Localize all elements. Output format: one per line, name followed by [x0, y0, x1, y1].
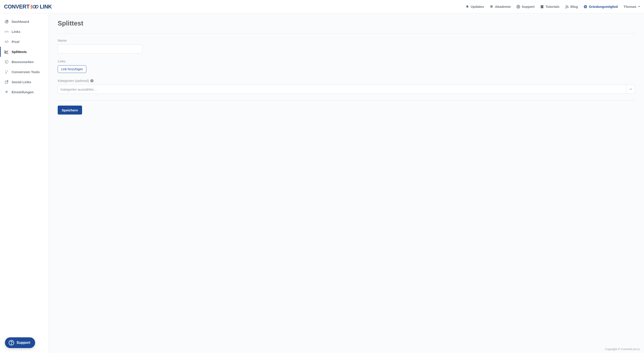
nav-blog[interactable]: Blog — [565, 5, 578, 9]
nav-updates[interactable]: Updates — [466, 5, 484, 9]
chart-line-icon — [5, 50, 8, 54]
award-icon — [584, 5, 587, 9]
tools-icon — [5, 70, 8, 74]
sidebar-item-label: Links — [12, 30, 20, 34]
main-content: Splittest Name Links Link hinzufügen Kat… — [49, 14, 644, 353]
founder-badge-label: Gründungsmitglied — [589, 5, 618, 9]
sidebar-item-splittests[interactable]: Splittests — [0, 47, 48, 57]
name-input[interactable] — [58, 45, 142, 54]
sidebar: Dashboard Links Pixel Splittests Bounces… — [0, 14, 49, 353]
nav-blog-label: Blog — [570, 5, 578, 9]
code-icon — [5, 40, 8, 44]
graduation-cap-icon — [490, 5, 493, 9]
arrow-circle-icon — [5, 60, 8, 64]
chevron-down-icon — [626, 85, 635, 94]
sidebar-item-bounceseiten[interactable]: Bounceseiten — [0, 57, 48, 67]
separator — [58, 33, 635, 34]
sidebar-item-dashboard[interactable]: Dashboard — [0, 17, 48, 27]
nav-support[interactable]: Support — [516, 5, 535, 9]
header: CONVERT LINK Updates — [0, 0, 644, 14]
add-link-button[interactable]: Link hinzufügen — [58, 65, 86, 73]
user-menu[interactable]: Thomas — [624, 5, 640, 9]
nav-akademie-label: Akademie — [495, 5, 511, 9]
nav-tutorials-label: Tutorials — [546, 5, 560, 9]
external-link-icon — [5, 80, 8, 84]
svg-line-17 — [6, 81, 8, 82]
categories-select[interactable]: Kategorien auswählen… — [58, 85, 635, 94]
sidebar-item-label: Splittests — [12, 50, 27, 54]
sidebar-item-label: Social Links — [12, 80, 31, 84]
bell-icon — [466, 5, 469, 9]
sidebar-item-pixel[interactable]: Pixel — [0, 37, 48, 47]
svg-point-8 — [566, 8, 566, 8]
nav-tutorials[interactable]: Tutorials — [540, 5, 560, 9]
brand-text-1: CONVERT — [4, 4, 30, 10]
sidebar-item-label: Pixel — [12, 40, 20, 44]
svg-point-20 — [11, 344, 12, 344]
sidebar-item-social-links[interactable]: Social Links — [0, 77, 48, 87]
support-fab[interactable]: Support — [5, 337, 35, 348]
brand-text-2: LINK — [40, 4, 52, 10]
nav-updates-label: Updates — [471, 5, 484, 9]
help-circle-icon — [8, 340, 14, 345]
nav-akademie[interactable]: Akademie — [490, 5, 511, 9]
sidebar-item-label: Einstellungen — [12, 90, 34, 94]
life-ring-icon — [516, 5, 520, 9]
sidebar-item-einstellungen[interactable]: Einstellungen — [0, 87, 48, 97]
footer-copyright: Copyright © ConvertLink.io. — [605, 347, 640, 351]
user-name: Thomas — [624, 5, 636, 9]
sidebar-item-links[interactable]: Links — [0, 27, 48, 37]
chevron-down-icon — [638, 6, 640, 7]
sidebar-item-conversion-tools[interactable]: Conversion Tools — [0, 67, 48, 77]
support-fab-label: Support — [16, 341, 30, 345]
sidebar-item-label: Bounceseiten — [12, 60, 34, 64]
save-button[interactable]: Speichern — [58, 106, 82, 115]
brand-logo[interactable]: CONVERT LINK — [4, 4, 52, 10]
categories-label: Kategorien (optional) i — [58, 79, 635, 83]
sidebar-item-label: Dashboard — [12, 20, 29, 24]
gear-icon — [5, 90, 8, 94]
founder-badge: Gründungsmitglied — [584, 5, 618, 9]
svg-rect-7 — [541, 5, 544, 8]
separator — [58, 100, 635, 101]
layout: Dashboard Links Pixel Splittests Bounces… — [0, 14, 644, 353]
svg-line-14 — [6, 41, 7, 43]
categories-placeholder: Kategorien auswählen… — [58, 85, 626, 94]
chart-pie-icon — [5, 20, 8, 24]
brand-link-icon — [30, 4, 39, 10]
name-label: Name — [58, 39, 635, 42]
rss-icon — [565, 5, 569, 9]
sidebar-item-label: Conversion Tools — [12, 70, 40, 74]
nav-right: Updates Akademie Support Tutorials Blog — [466, 5, 640, 9]
page-title: Splittest — [58, 20, 635, 27]
nav-support-label: Support — [522, 5, 535, 9]
link-icon — [5, 30, 8, 34]
svg-point-6 — [518, 6, 519, 8]
categories-label-text: Kategorien (optional) — [58, 79, 89, 83]
book-icon — [540, 5, 544, 9]
info-icon[interactable]: i — [90, 79, 94, 82]
svg-point-15 — [5, 60, 8, 64]
svg-point-5 — [517, 5, 520, 8]
links-label: Links — [58, 59, 635, 63]
